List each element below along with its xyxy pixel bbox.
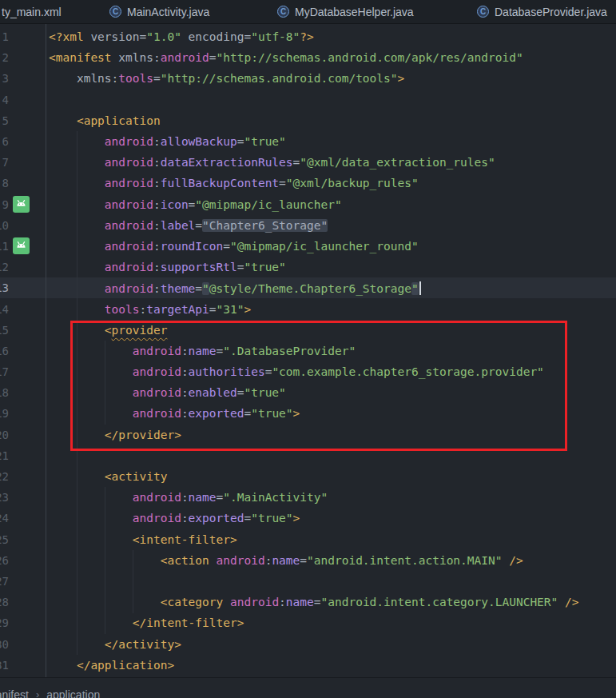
code-token: </activity> <box>105 638 181 651</box>
code-token: authorities <box>189 365 265 378</box>
code-token: <application <box>77 114 161 127</box>
line-number: 5 <box>0 114 9 127</box>
code-line-19[interactable]: 19 android:exported="true"> <box>0 403 616 424</box>
code-line-4[interactable]: 4 <box>0 90 616 110</box>
gutter-cell: 8 <box>0 177 46 189</box>
code-text: <activity <box>46 470 167 483</box>
code-token: "@mipmap/ic_launcher" <box>195 198 341 211</box>
code-token: android <box>133 365 181 378</box>
code-token: android <box>105 198 153 211</box>
code-text: </provider> <box>46 429 181 441</box>
line-number: 8 <box>0 177 9 189</box>
code-token: theme <box>161 282 196 295</box>
gutter-cell: 4 <box>0 94 46 106</box>
code-token: "true" <box>251 407 292 420</box>
code-line-3[interactable]: 3 xmlns:tools="http://schemas.android.co… <box>0 68 616 89</box>
code-line-2[interactable]: 2<manifest xmlns:android="http://schemas… <box>0 47 616 68</box>
breadcrumb-item-manifest[interactable]: manifest <box>0 688 29 698</box>
breadcrumb-item-application[interactable]: application <box>46 688 100 698</box>
code-line-5[interactable]: 5 <application <box>0 110 616 131</box>
code-text: <?xml version="1.0" encoding="utf-8"?> <box>46 30 314 43</box>
code-line-8[interactable]: 8 android:fullBackupContent="@xml/backup… <box>0 173 616 193</box>
code-line-10[interactable]: 10 android:label="Chapter6_Storage" <box>0 215 616 236</box>
code-token: = <box>244 512 251 524</box>
code-line-18[interactable]: 18 android:enabled="true" <box>0 382 616 403</box>
code-line-9[interactable]: 9 android:icon="@mipmap/ic_launcher" <box>0 194 616 215</box>
code-token: tools <box>105 303 140 316</box>
code-token: android <box>133 386 181 399</box>
code-line-20[interactable]: 20 </provider> <box>0 425 616 445</box>
code-line-1[interactable]: 1<?xml version="1.0" encoding="utf-8"?> <box>0 26 616 47</box>
code-line-17[interactable]: 17 android:authorities="com.example.chap… <box>0 361 616 382</box>
code-line-13[interactable]: 13 android:theme="@style/Theme.Chapter6_… <box>0 277 616 298</box>
code-token: android <box>217 554 265 567</box>
code-token <box>49 156 105 169</box>
code-line-28[interactable]: 28 <category android:name="android.inten… <box>0 592 616 612</box>
code-text: android:name=".DatabaseProvider" <box>46 345 356 357</box>
code-line-30[interactable]: 30 </activity> <box>0 633 616 654</box>
gutter-cell: 15 <box>0 324 46 337</box>
code-token: = <box>217 491 224 504</box>
code-line-31[interactable]: 31 </application> <box>0 655 616 676</box>
android-launcher-icon[interactable] <box>13 196 30 213</box>
code-token: "http://schemas.android.com/apk/res/andr… <box>217 51 523 64</box>
editor-tab-databaseprovider-java[interactable]: CDatabaseProvider.java <box>477 0 607 23</box>
code-token: version= <box>90 30 146 43</box>
code-token <box>49 240 105 253</box>
code-editor[interactable]: 1<?xml version="1.0" encoding="utf-8"?>2… <box>0 24 616 677</box>
code-line-6[interactable]: 6 android:allowBackup="true" <box>0 131 616 152</box>
code-text: <manifest xmlns:android="http://schemas.… <box>46 51 523 64</box>
code-token: <manifest <box>49 51 118 64</box>
line-number: 17 <box>0 365 9 378</box>
gutter-cell: 6 <box>0 135 46 148</box>
code-line-21[interactable]: 21 <box>0 445 616 466</box>
line-number: 27 <box>0 575 9 588</box>
code-line-27[interactable]: 27 <box>0 571 616 592</box>
code-token <box>49 638 105 651</box>
code-token: = <box>209 51 217 64</box>
line-number: 28 <box>0 596 9 608</box>
code-line-29[interactable]: 29 </intent-filter> <box>0 612 616 633</box>
code-line-23[interactable]: 23 android:name=".MainActivity" <box>0 487 616 508</box>
code-token: "31" <box>217 303 244 316</box>
code-token: > <box>244 303 251 316</box>
code-token: exported <box>189 512 244 524</box>
code-token <box>49 470 105 483</box>
line-number: 23 <box>0 491 9 504</box>
code-token: : <box>279 596 286 608</box>
java-class-icon: C <box>109 6 121 18</box>
code-token <box>49 365 133 378</box>
code-token <box>49 386 133 399</box>
code-line-16[interactable]: 16 android:name=".DatabaseProvider" <box>0 341 616 361</box>
android-launcher-icon[interactable] <box>13 237 30 254</box>
gutter-cell: 14 <box>0 303 46 316</box>
code-line-24[interactable]: 24 android:exported="true"> <box>0 508 616 528</box>
gutter-cell: 20 <box>0 429 46 441</box>
code-token: : <box>181 345 189 357</box>
code-token: label <box>161 219 196 232</box>
editor-tab-ty_main-xml[interactable]: ty_main.xml <box>2 0 62 23</box>
code-line-26[interactable]: 26 <action android:name="android.intent.… <box>0 550 616 571</box>
editor-tab-mydatabasehelper-java[interactable]: CMyDatabaseHelper.java <box>277 0 414 23</box>
code-token: android <box>133 345 181 357</box>
gutter-cell: 7 <box>0 156 46 169</box>
tab-label: MyDatabaseHelper.java <box>295 6 414 18</box>
code-token: targetApi <box>146 303 209 316</box>
code-line-15[interactable]: 15 <provider <box>0 320 616 341</box>
editor-tab-mainactivity-java[interactable]: CMainActivity.java <box>109 0 209 23</box>
code-token: android <box>105 156 153 169</box>
gutter-cell: 9 <box>0 196 46 213</box>
code-token <box>49 114 77 127</box>
gutter-cell: 31 <box>0 659 46 672</box>
code-line-7[interactable]: 7 android:dataExtractionRules="@xml/data… <box>0 152 616 173</box>
code-token: "utf-8" <box>251 30 300 43</box>
code-line-22[interactable]: 22 <activity <box>0 466 616 487</box>
code-line-11[interactable]: 11 android:roundIcon="@mipmap/ic_launche… <box>0 236 616 257</box>
code-token <box>49 429 105 441</box>
code-line-14[interactable]: 14 tools:targetApi="31"> <box>0 298 616 319</box>
code-token: name <box>189 491 217 504</box>
line-number: 15 <box>0 324 9 337</box>
gutter-separator <box>46 24 46 677</box>
code-line-25[interactable]: 25 <intent-filter> <box>0 529 616 550</box>
code-line-12[interactable]: 12 android:supportsRtl="true" <box>0 257 616 277</box>
